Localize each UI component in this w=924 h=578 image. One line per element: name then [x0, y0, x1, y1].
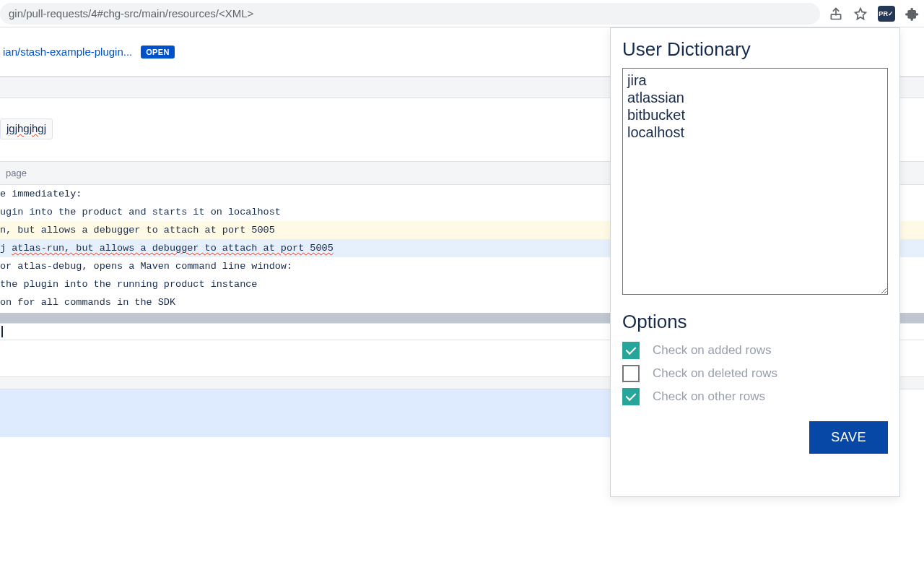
checkbox[interactable]: [622, 365, 640, 382]
typo-chip[interactable]: jgjhgjhgj: [0, 118, 53, 139]
address-bar[interactable]: gin/pull-requests/4#chg-src/main/resourc…: [0, 3, 820, 25]
options-list: Check on added rowsCheck on deleted rows…: [622, 342, 888, 411]
checkbox[interactable]: [622, 342, 640, 359]
extensions-icon[interactable]: [905, 7, 920, 21]
extension-popup: User Dictionary Options Check on added r…: [610, 27, 900, 497]
extension-icon[interactable]: PR✓: [878, 6, 895, 22]
option-row: Check on other rows: [622, 388, 888, 405]
save-button[interactable]: SAVE: [809, 421, 888, 454]
option-label: Check on added rows: [653, 343, 771, 358]
browser-toolbar: gin/pull-requests/4#chg-src/main/resourc…: [0, 0, 924, 27]
dictionary-heading: User Dictionary: [622, 38, 888, 61]
url-text: gin/pull-requests/4#chg-src/main/resourc…: [9, 7, 253, 20]
option-label: Check on deleted rows: [653, 366, 777, 381]
option-label: Check on other rows: [653, 389, 765, 404]
share-icon[interactable]: [829, 7, 843, 21]
option-row: Check on deleted rows: [622, 365, 888, 382]
dictionary-textarea[interactable]: [622, 68, 888, 295]
checkbox[interactable]: [622, 388, 640, 405]
options-heading: Options: [622, 311, 888, 333]
status-badge: OPEN: [141, 46, 174, 59]
option-row: Check on added rows: [622, 342, 888, 359]
star-icon[interactable]: [853, 7, 868, 21]
text-cursor: [1, 326, 3, 337]
toolbar-actions: PR✓: [829, 6, 920, 22]
typo-text: jgjhgjhgj: [6, 122, 46, 134]
pr-breadcrumb[interactable]: ian/stash-example-plugin...: [0, 46, 132, 58]
